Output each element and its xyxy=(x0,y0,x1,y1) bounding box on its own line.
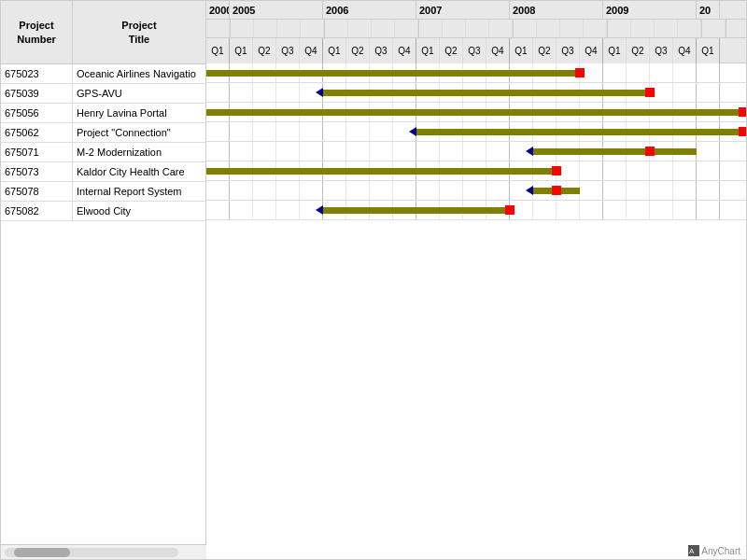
bg-cell xyxy=(650,63,673,82)
quarter-cell xyxy=(395,20,418,37)
bg-cell xyxy=(440,103,463,121)
bg-cell xyxy=(673,83,697,102)
bg-cell xyxy=(393,63,416,82)
q-label-cell: Q1 xyxy=(416,38,440,63)
q-label-cell: Q4 xyxy=(580,38,603,63)
bg-cell xyxy=(300,181,323,200)
bg-cell xyxy=(510,103,533,121)
bg-cell xyxy=(673,122,697,141)
bg-cell xyxy=(603,201,627,219)
bg-cell xyxy=(557,103,580,121)
bg-cell xyxy=(580,161,603,180)
table-row: 675023Oceanic Airlines Navigatio xyxy=(1,64,205,84)
bg-cell xyxy=(230,201,253,219)
project-title-cell: Internal Report System xyxy=(73,182,205,201)
bg-cell xyxy=(463,142,486,161)
bg-cell xyxy=(603,83,627,102)
year-cell-2006: 2006 xyxy=(323,1,416,19)
scrollbar-track[interactable] xyxy=(5,548,178,557)
bg-cell xyxy=(533,201,557,219)
bg-cell xyxy=(673,142,697,161)
bg-cell xyxy=(650,201,673,219)
bg-cell xyxy=(393,103,416,121)
bg-cell xyxy=(650,181,673,200)
bg-cell xyxy=(463,161,486,180)
bg-cell xyxy=(697,63,720,82)
bg-cell xyxy=(206,63,230,82)
bg-cell xyxy=(276,181,300,200)
project-title-cell: GPS-AVU xyxy=(73,84,205,103)
quarter-group xyxy=(608,20,702,37)
bg-cell xyxy=(300,122,323,141)
bg-cell xyxy=(300,201,323,219)
bg-cell xyxy=(603,181,627,200)
bg-cell xyxy=(230,103,253,121)
bg-cell xyxy=(510,63,533,82)
bg-cell xyxy=(510,201,533,219)
bg-cell xyxy=(276,142,300,161)
table-row: 675056Henry Lavina Portal xyxy=(1,104,205,123)
bg-cell xyxy=(416,142,440,161)
bg-cell xyxy=(440,63,463,82)
quarter-cell xyxy=(254,20,277,37)
bg-cell xyxy=(393,181,416,200)
bg-cell xyxy=(393,83,416,102)
bg-cell xyxy=(323,122,346,141)
svg-text:A: A xyxy=(689,547,695,555)
bg-cell xyxy=(370,103,393,121)
bg-cell xyxy=(557,122,580,141)
row-bg-grid xyxy=(206,201,720,219)
bg-cell xyxy=(346,201,370,219)
bg-cell xyxy=(276,63,300,82)
quarter-cell xyxy=(419,20,443,37)
project-title-cell: Kaldor City Health Care xyxy=(73,162,205,181)
bg-cell xyxy=(230,63,253,82)
project-title-cell: M-2 Modernization xyxy=(73,143,205,161)
bg-cell xyxy=(697,142,720,161)
project-title-header: ProjectTitle xyxy=(73,1,205,63)
bg-cell xyxy=(346,63,370,82)
bg-cell xyxy=(300,63,323,82)
bg-cell xyxy=(323,83,346,102)
bg-cell xyxy=(697,201,720,219)
bg-cell xyxy=(276,201,300,219)
bg-cell xyxy=(206,161,230,180)
bg-cell xyxy=(627,181,650,200)
bg-cell xyxy=(557,83,580,102)
bg-cell xyxy=(323,181,346,200)
scrollbar-thumb[interactable] xyxy=(14,548,70,557)
bg-cell xyxy=(627,142,650,161)
quarter-cell xyxy=(301,20,324,37)
gantt-end-marker xyxy=(739,107,747,117)
q-label-cell: Q2 xyxy=(346,38,370,63)
bg-cell xyxy=(276,122,300,141)
project-number-cell: 675056 xyxy=(1,104,73,122)
bg-cell xyxy=(486,142,510,161)
bg-cell xyxy=(603,103,627,121)
bg-cell xyxy=(580,83,603,102)
q-label-cell: Q4 xyxy=(393,38,416,63)
quarter-group xyxy=(206,20,231,37)
gantt-chart-panel: 20002005200620072008200920 Q1Q1Q2Q3Q4Q1Q… xyxy=(206,1,747,544)
bg-cell xyxy=(697,161,720,180)
column-headers: ProjectNumber ProjectTitle xyxy=(1,1,205,64)
bg-cell xyxy=(580,181,603,200)
bg-cell xyxy=(416,181,440,200)
bg-cell xyxy=(486,83,510,102)
quarter-cell xyxy=(443,20,466,37)
project-number-cell: 675062 xyxy=(1,123,73,142)
quarter-cell xyxy=(372,20,395,37)
bg-cell xyxy=(510,181,533,200)
bg-cell xyxy=(393,122,416,141)
bg-cell xyxy=(533,122,557,141)
bg-cell xyxy=(463,63,486,82)
bg-cell xyxy=(370,201,393,219)
q-label-cell: Q2 xyxy=(440,38,463,63)
table-row: 675039GPS-AVU xyxy=(1,84,205,104)
bg-cell xyxy=(253,122,276,141)
scrollbar[interactable] xyxy=(1,544,206,559)
chart-rows xyxy=(206,63,747,544)
bg-cell xyxy=(323,201,346,219)
bg-cell xyxy=(440,83,463,102)
chart-row xyxy=(206,142,747,161)
